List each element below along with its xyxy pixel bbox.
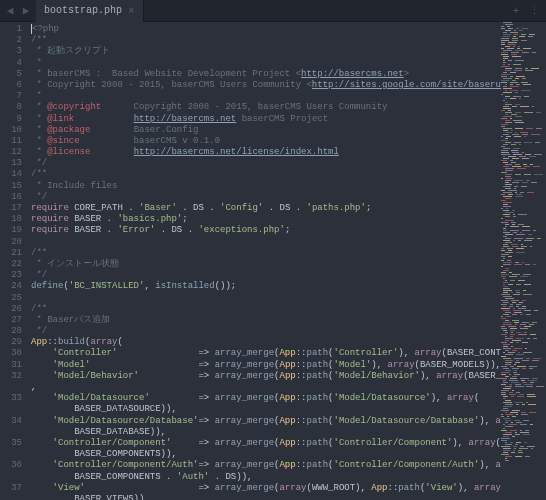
line-number: 3 — [0, 46, 22, 57]
code-line[interactable]: define('BC_INSTALLED', isInstalled()); — [31, 281, 501, 292]
code-line[interactable] — [31, 237, 501, 248]
line-number: 4 — [0, 58, 22, 69]
code-line[interactable]: 'Model/Behavior' => array_merge(App::pat… — [31, 371, 501, 382]
code-line[interactable]: * @copyright Copyright 2008 - 2015, base… — [31, 102, 501, 113]
line-number: 26 — [0, 304, 22, 315]
line-number: 2 — [0, 35, 22, 46]
code-line[interactable]: 'Controller/Component/Auth'=> array_merg… — [31, 460, 501, 471]
code-line[interactable]: <?php — [31, 24, 501, 35]
line-number: 18 — [0, 214, 22, 225]
line-number: 1 — [0, 24, 22, 35]
more-icon[interactable]: ⋮ — [528, 5, 540, 17]
code-line[interactable]: */ — [31, 192, 501, 203]
line-number: 9 — [0, 114, 22, 125]
code-line[interactable]: require BASER . 'basics.php'; — [31, 214, 501, 225]
line-number: 30 — [0, 348, 22, 359]
line-number: 29 — [0, 337, 22, 348]
code-line[interactable]: * @link http://basercms.net baserCMS Pro… — [31, 114, 501, 125]
line-number — [0, 472, 22, 483]
line-number: 34 — [0, 416, 22, 427]
line-number: 5 — [0, 69, 22, 80]
line-number: 27 — [0, 315, 22, 326]
code-line[interactable]: BASER_DATASOURCE)), — [31, 404, 501, 415]
line-number — [0, 449, 22, 460]
code-line[interactable]: * 起動スクリプト — [31, 46, 501, 57]
code-line[interactable]: */ — [31, 326, 501, 337]
tab-title: bootstrap.php — [44, 5, 122, 16]
code-line[interactable]: 'Controller' => array_merge(App::path('C… — [31, 348, 501, 359]
nav-forward-icon[interactable]: ▶ — [20, 5, 32, 17]
line-number: 7 — [0, 91, 22, 102]
code-line[interactable] — [31, 293, 501, 304]
code-line[interactable]: * Include files — [31, 181, 501, 192]
code-line[interactable]: require CORE_PATH . 'Baser' . DS . 'Conf… — [31, 203, 501, 214]
new-tab-icon[interactable]: + — [510, 5, 522, 17]
code-line[interactable]: * — [31, 91, 501, 102]
minimap[interactable] — [501, 22, 546, 500]
line-number: 19 — [0, 225, 22, 236]
code-line[interactable]: 'View' => array_merge(array(WWW_ROOT), A… — [31, 483, 501, 494]
close-icon[interactable]: × — [128, 5, 135, 17]
code-line[interactable]: /** — [31, 304, 501, 315]
code-line[interactable]: /** — [31, 248, 501, 259]
tab-nav: ◀ ▶ — [0, 5, 36, 17]
code-line[interactable]: , — [31, 382, 501, 393]
code-line[interactable]: * @license http://basercms.net/license/i… — [31, 147, 501, 158]
code-line[interactable]: BASER_VIEWS)), — [31, 494, 501, 500]
code-line[interactable]: * baserCMS : Based Website Development P… — [31, 69, 501, 80]
line-number: 36 — [0, 460, 22, 471]
line-number: 17 — [0, 203, 22, 214]
line-number: 35 — [0, 438, 22, 449]
code-line[interactable]: /** — [31, 35, 501, 46]
code-line[interactable]: * Copyright 2008 - 2015, baserCMS Users … — [31, 80, 501, 91]
line-number: 31 — [0, 360, 22, 371]
code-line[interactable]: */ — [31, 270, 501, 281]
code-line[interactable]: BASER_COMPONENTS)), — [31, 449, 501, 460]
line-number: 24 — [0, 281, 22, 292]
line-number: 33 — [0, 393, 22, 404]
line-number: 16 — [0, 192, 22, 203]
code-line[interactable]: * インストール状態 — [31, 259, 501, 270]
line-number: 12 — [0, 147, 22, 158]
line-number: 22 — [0, 259, 22, 270]
line-number: 25 — [0, 293, 22, 304]
line-number: 14 — [0, 169, 22, 180]
editor: 1234567891011121314151617181920212223242… — [0, 22, 546, 500]
line-number: 23 — [0, 270, 22, 281]
line-number: 6 — [0, 80, 22, 91]
code-line[interactable]: 'Controller/Component' => array_merge(Ap… — [31, 438, 501, 449]
code-line[interactable]: * — [31, 58, 501, 69]
code-area[interactable]: <?php/** * 起動スクリプト * * baserCMS : Based … — [27, 22, 501, 500]
line-number: 15 — [0, 181, 22, 192]
code-line[interactable]: * @package Baser.Config — [31, 125, 501, 136]
code-line[interactable]: 'Model' => array_merge(App::path('Model'… — [31, 360, 501, 371]
line-number — [0, 382, 22, 393]
line-number — [0, 404, 22, 415]
line-number: 10 — [0, 125, 22, 136]
nav-back-icon[interactable]: ◀ — [4, 5, 16, 17]
code-line[interactable]: * @since baserCMS v 0.1.0 — [31, 136, 501, 147]
code-line[interactable]: * Baserパス追加 — [31, 315, 501, 326]
code-line[interactable]: */ — [31, 158, 501, 169]
code-line[interactable]: /** — [31, 169, 501, 180]
code-line[interactable]: BASER_DATABASE)), — [31, 427, 501, 438]
line-number — [0, 494, 22, 500]
line-number: 11 — [0, 136, 22, 147]
code-line[interactable]: BASER_COMPONENTS . 'Auth' . DS)), — [31, 472, 501, 483]
line-number: 32 — [0, 371, 22, 382]
code-line[interactable]: require BASER . 'Error' . DS . 'exceptio… — [31, 225, 501, 236]
code-line[interactable]: App::build(array( — [31, 337, 501, 348]
line-number: 28 — [0, 326, 22, 337]
line-number: 20 — [0, 237, 22, 248]
code-line[interactable]: 'Model/Datasource/Database'=> array_merg… — [31, 416, 501, 427]
line-number: 21 — [0, 248, 22, 259]
code-line[interactable]: 'Model/Datasource' => array_merge(App::p… — [31, 393, 501, 404]
file-tab[interactable]: bootstrap.php × — [36, 0, 144, 22]
tab-bar: ◀ ▶ bootstrap.php × + ⋮ — [0, 0, 546, 22]
line-number: 13 — [0, 158, 22, 169]
line-number — [0, 427, 22, 438]
line-number: 8 — [0, 102, 22, 113]
line-number: 37 — [0, 483, 22, 494]
line-gutter: 1234567891011121314151617181920212223242… — [0, 22, 27, 500]
